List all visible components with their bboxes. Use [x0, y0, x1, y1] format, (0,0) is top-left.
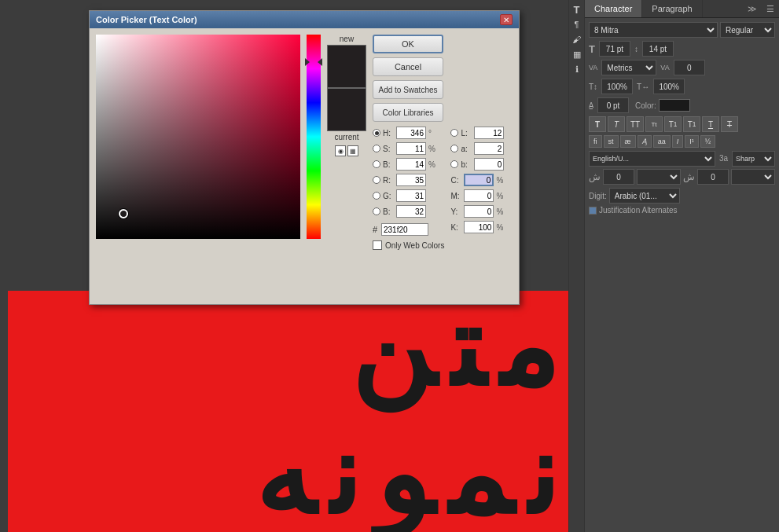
- color-inputs-section: H: ° S: % B:: [373, 126, 505, 250]
- sub-btn[interactable]: T1: [683, 116, 700, 132]
- r-radio[interactable]: [373, 176, 380, 184]
- color-libraries-button[interactable]: Color Libraries: [373, 103, 443, 122]
- arabic-select-2[interactable]: [731, 169, 775, 185]
- b-lab-input[interactable]: [474, 158, 504, 171]
- gradient-picker[interactable]: [96, 35, 300, 239]
- hue-slider-container[interactable]: [307, 35, 321, 239]
- r-input[interactable]: [396, 174, 426, 186]
- tab-character[interactable]: Character: [585, 0, 642, 17]
- arabic-icon-1: ش: [589, 171, 601, 182]
- horizontal-scale-icon: T↔: [637, 83, 649, 91]
- horizontal-scale-input[interactable]: [653, 79, 685, 94]
- l-input[interactable]: [474, 127, 504, 139]
- m-label: M:: [450, 192, 461, 200]
- ok-button[interactable]: OK: [373, 35, 443, 53]
- k-row: K: %: [450, 220, 505, 234]
- inputs-left: H: ° S: % B:: [373, 126, 444, 250]
- h-radio[interactable]: [373, 129, 380, 137]
- panel-expand-icon[interactable]: ≫: [743, 1, 762, 17]
- allcaps-btn[interactable]: TT: [627, 116, 644, 132]
- anti-alias-select[interactable]: Sharp: [732, 151, 775, 167]
- hex-symbol: #: [373, 225, 379, 234]
- b-rgb-input[interactable]: [396, 205, 426, 218]
- kerning-select[interactable]: Metrics: [601, 60, 656, 75]
- swatch-icon-1[interactable]: ◉: [335, 145, 346, 156]
- g-radio[interactable]: [373, 192, 380, 200]
- liga-aa-btn[interactable]: aa: [653, 135, 671, 148]
- arabic-val-1[interactable]: [603, 169, 634, 185]
- liga-swash-btn[interactable]: A̧: [638, 135, 652, 148]
- font-size-row: T ↕: [589, 41, 775, 57]
- font-size-input[interactable]: [599, 41, 630, 57]
- tracking-input[interactable]: [674, 60, 705, 75]
- y-input[interactable]: [464, 205, 494, 218]
- leading-icon: ↕: [634, 45, 638, 53]
- b-lab-radio[interactable]: [450, 160, 458, 168]
- liga-frac-btn[interactable]: ½: [700, 135, 716, 148]
- web-colors-label: Only Web Colors: [385, 241, 444, 250]
- underline-btn[interactable]: T: [702, 116, 719, 132]
- c-input[interactable]: [464, 174, 494, 186]
- liga-fi-btn[interactable]: fi: [589, 135, 602, 148]
- liga-st-btn[interactable]: st: [604, 135, 619, 148]
- digit-select[interactable]: Arabic (01...: [609, 188, 680, 204]
- language-select[interactable]: English/U...: [589, 151, 715, 167]
- s-radio[interactable]: [373, 145, 380, 152]
- tool-layers-icon[interactable]: ▦: [571, 48, 583, 61]
- liga-ordinal-btn[interactable]: I: [672, 135, 684, 148]
- tool-info-icon[interactable]: ℹ: [571, 63, 583, 75]
- smallcaps-btn[interactable]: Tt: [645, 116, 663, 132]
- super-btn[interactable]: T1: [664, 116, 682, 132]
- b-rgb-radio[interactable]: [373, 207, 380, 215]
- b-hsb-input[interactable]: [396, 158, 426, 171]
- leading-input[interactable]: [642, 41, 674, 57]
- text-color-swatch[interactable]: [659, 99, 690, 112]
- panel-tabs: Character Paragraph ≫ ☰: [585, 0, 779, 18]
- c-row: C: %: [450, 173, 505, 187]
- h-input[interactable]: [396, 127, 426, 139]
- a-radio[interactable]: [450, 145, 458, 152]
- k-unit: %: [496, 223, 505, 232]
- hex-input[interactable]: [381, 223, 428, 236]
- arabic-select-1[interactable]: [637, 169, 681, 185]
- swatch-icon-2[interactable]: ▦: [347, 145, 358, 156]
- m-input[interactable]: [464, 189, 494, 202]
- font-name-select[interactable]: 8 Mitra: [589, 22, 718, 38]
- tracking-icon: VA: [660, 64, 669, 72]
- arabic-val-2[interactable]: [697, 169, 729, 185]
- panel-menu-icon[interactable]: ☰: [762, 1, 779, 17]
- cancel-button[interactable]: Cancel: [373, 57, 443, 76]
- strikethrough-btn[interactable]: T: [721, 116, 738, 132]
- tool-text-icon[interactable]: T: [571, 3, 583, 16]
- tool-para-icon[interactable]: ¶: [571, 18, 583, 31]
- b-lab-label: b:: [461, 160, 472, 169]
- panel-tab-icons: ≫ ☰: [743, 0, 779, 17]
- tab-paragraph[interactable]: Paragraph: [642, 0, 702, 17]
- liga-sup-btn[interactable]: I¹: [685, 135, 699, 148]
- close-button[interactable]: ✕: [500, 14, 513, 25]
- font-style-select[interactable]: Regular: [720, 22, 775, 38]
- baseline-input[interactable]: [597, 97, 629, 113]
- liga-ae-btn[interactable]: æ: [620, 135, 636, 148]
- b-hsb-label: B:: [383, 160, 394, 169]
- b-hsb-radio[interactable]: [373, 160, 380, 168]
- vertical-scale-input[interactable]: [601, 79, 633, 94]
- s-input[interactable]: [396, 142, 426, 155]
- web-colors-checkbox[interactable]: [373, 240, 382, 250]
- a-input[interactable]: [474, 142, 504, 155]
- swatch-current: [327, 88, 366, 131]
- l-radio[interactable]: [450, 129, 458, 137]
- tool-strip-right: T ¶ 🖌 ▦ ℹ: [568, 0, 584, 532]
- italic-btn[interactable]: T: [608, 116, 625, 132]
- k-input[interactable]: [464, 221, 494, 233]
- font-name-row: 8 Mitra Regular: [589, 22, 775, 38]
- add-to-swatches-button[interactable]: Add to Swatches: [373, 80, 443, 99]
- color-gradient-field[interactable]: [96, 35, 300, 239]
- bold-btn[interactable]: T: [589, 116, 606, 132]
- m-row: M: %: [450, 189, 505, 203]
- tool-brush-icon[interactable]: 🖌: [571, 33, 583, 46]
- justification-checkbox[interactable]: [589, 207, 597, 215]
- s-label: S:: [383, 145, 394, 153]
- b-rgb-label: B:: [383, 207, 394, 216]
- g-input[interactable]: [396, 189, 426, 202]
